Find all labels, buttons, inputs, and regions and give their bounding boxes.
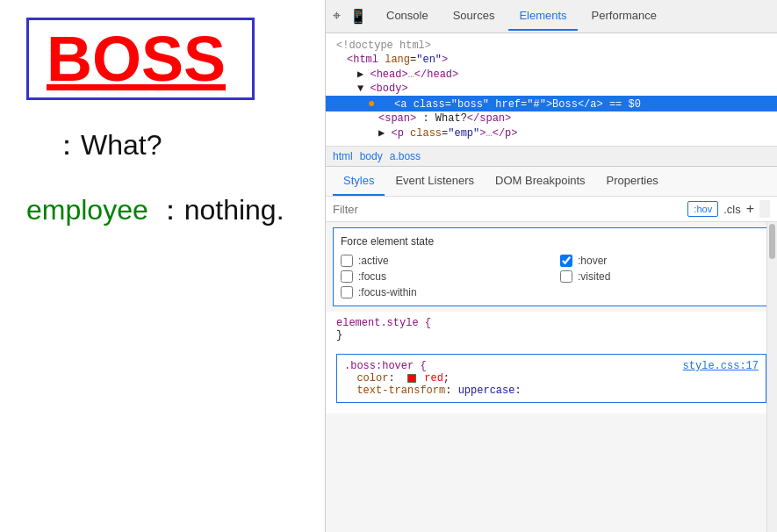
tab-sources[interactable]: Sources (442, 2, 506, 31)
checkbox-active[interactable]: :active (341, 255, 543, 267)
tree-html[interactable]: <html lang="en"> (326, 53, 777, 67)
tree-doctype[interactable]: <!doctype html> (326, 39, 777, 53)
checkbox-visited-input[interactable] (560, 270, 572, 283)
color-swatch-red[interactable] (407, 374, 416, 383)
tree-p[interactable]: ▶ <p class="emp">…</p> (326, 126, 777, 140)
sub-tab-event-listeners[interactable]: Event Listeners (385, 167, 485, 196)
checkbox-focus-within[interactable]: :focus-within (341, 286, 543, 298)
force-state-title: Force element state (341, 235, 762, 248)
force-element-state-box: Force element state :active :hover :focu… (333, 227, 770, 306)
checkbox-focus[interactable]: :focus (341, 270, 543, 283)
tab-elements[interactable]: Elements (508, 2, 577, 31)
css-color-value: red (424, 372, 443, 385)
scrollbar-stub (759, 200, 770, 218)
styles-content-area: Force element state :active :hover :focu… (326, 222, 777, 532)
tree-span[interactable]: <span> : What?</span> (326, 111, 777, 126)
employee-line: employee ：nothing. (26, 191, 299, 230)
cursor-icon: ⌖ (333, 8, 341, 25)
sub-tab-properties[interactable]: Properties (596, 167, 669, 196)
breadcrumb-body[interactable]: body (360, 150, 383, 162)
scrollbar-thumb[interactable] (769, 224, 775, 259)
filter-input[interactable] (333, 203, 682, 216)
element-style-rule: element.style { } (336, 317, 766, 341)
sub-tab-dom-breakpoints[interactable]: DOM Breakpoints (485, 167, 596, 196)
mobile-icon: 📱 (349, 8, 367, 25)
checkbox-active-input[interactable] (341, 255, 353, 267)
checkbox-focus-input[interactable] (341, 270, 353, 283)
hov-button[interactable]: :hov (687, 201, 718, 217)
devtools-panel: ⌖ 📱 Console Sources Elements Performance… (325, 0, 777, 532)
boss-box: BOSS (26, 18, 255, 100)
checkbox-hover-input[interactable] (560, 255, 572, 267)
boss-hover-rule: .boss:hover { style.css:17 color: red; t… (336, 354, 766, 403)
boss-hover-selector: .boss:hover { (344, 360, 427, 372)
breadcrumb-html[interactable]: html (333, 150, 353, 162)
html-tree: <!doctype html> <html lang="en"> ▶ <head… (326, 33, 777, 147)
checkbox-focus-within-input[interactable] (341, 286, 353, 298)
checkbox-hover[interactable]: :hover (560, 255, 762, 267)
left-panel: BOSS ：What? employee ：nothing. (0, 0, 325, 532)
filter-bar: :hov .cls + (326, 197, 777, 222)
sub-tab-styles[interactable]: Styles (333, 167, 385, 196)
breadcrumb-aboss[interactable]: a.boss (390, 150, 421, 162)
tab-console[interactable]: Console (376, 2, 439, 31)
sub-tabs-bar: Styles Event Listeners DOM Breakpoints P… (326, 167, 777, 197)
tree-body[interactable]: ▼ <body> (326, 82, 777, 96)
devtools-tabs-bar: ⌖ 📱 Console Sources Elements Performance (326, 0, 777, 33)
what-line: ：What? (53, 126, 299, 165)
css-source-link[interactable]: style.css:17 (683, 360, 759, 372)
cls-button[interactable]: .cls (723, 203, 741, 216)
boss-title: BOSS (47, 24, 226, 94)
tab-performance[interactable]: Performance (581, 2, 667, 31)
tree-anchor-selected[interactable]: ● <a class="boss" href="#">Boss</a> == $… (326, 96, 777, 111)
employee-word: employee (26, 194, 148, 226)
css-rules-area: element.style { } .boss:hover { style.cs… (326, 312, 777, 413)
add-style-button[interactable]: + (746, 201, 754, 217)
vertical-scrollbar[interactable] (766, 222, 777, 532)
force-state-grid: :active :hover :focus :visited :focus-wi… (341, 255, 762, 298)
breadcrumb-bar: html body a.boss (326, 147, 777, 167)
checkbox-visited[interactable]: :visited (560, 270, 762, 283)
tree-head[interactable]: ▶ <head>…</head> (326, 67, 777, 82)
element-style-selector: element.style { (336, 317, 431, 329)
nothing-word: ：nothing. (156, 194, 284, 226)
